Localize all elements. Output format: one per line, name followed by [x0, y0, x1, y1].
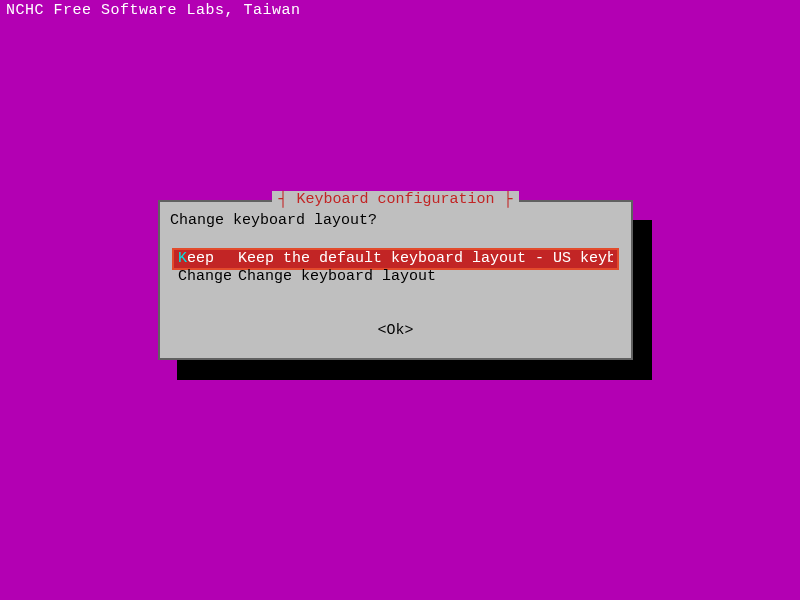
option-keep[interactable]: Keep Keep the default keyboard layout - …: [178, 250, 613, 268]
option-change-key: Change: [178, 268, 238, 286]
option-keep-key: Keep: [178, 250, 238, 268]
option-change[interactable]: Change Change keyboard layout: [178, 268, 613, 286]
keyboard-config-dialog: ┤ Keyboard configuration ├ Change keyboa…: [158, 200, 633, 360]
option-keep-desc: Keep the default keyboard layout - US ke…: [238, 250, 613, 268]
ok-button[interactable]: <Ok>: [377, 322, 413, 340]
header-text: NCHC Free Software Labs, Taiwan: [0, 0, 800, 22]
dialog-title: ┤ Keyboard configuration ├: [272, 191, 518, 209]
option-change-desc: Change keyboard layout: [238, 268, 613, 286]
